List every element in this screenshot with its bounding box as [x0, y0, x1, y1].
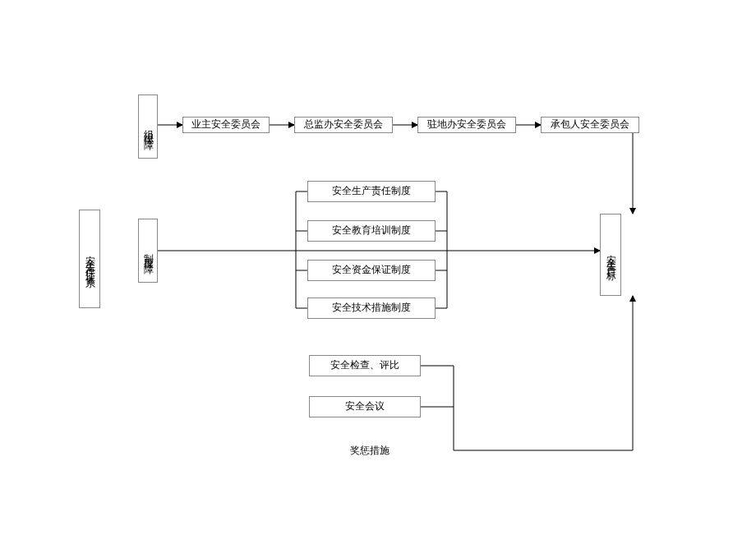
org-node-4: 承包人安全委员会: [541, 117, 639, 133]
org-node-1: 业主安全委员会: [182, 117, 270, 133]
root-label: 安全生产保证体系: [83, 247, 97, 274]
goal-node: 安全生产目标: [600, 214, 621, 296]
measure-node-3-label: 奖惩措施: [350, 445, 390, 456]
measure-node-1: 安全检查、评比: [309, 355, 421, 376]
org-node-2-label: 总监办安全委员会: [304, 118, 383, 131]
branch-org: 组织保障: [138, 95, 158, 159]
org-node-4-label: 承包人安全委员会: [551, 118, 629, 131]
inst-node-4-label: 安全技术措施制度: [332, 302, 411, 315]
org-node-2: 总监办安全委员会: [294, 117, 393, 133]
measure-node-2-label: 安全会议: [345, 400, 385, 413]
inst-node-1-label: 安全生产责任制度: [332, 185, 411, 198]
org-node-3: 驻地办安全委员会: [417, 117, 516, 133]
diagram-stage: 安全生产保证体系 组织保障 业主安全委员会 总监办安全委员会 驻地办安全委员会 …: [0, 0, 756, 535]
inst-node-4: 安全技术措施制度: [307, 297, 436, 319]
measure-node-2: 安全会议: [309, 396, 421, 417]
inst-node-3: 安全资金保证制度: [307, 260, 436, 281]
root-node: 安全生产保证体系: [79, 210, 100, 308]
inst-node-2-label: 安全教育培训制度: [332, 224, 411, 238]
org-node-3-label: 驻地办安全委员会: [427, 118, 506, 131]
goal-label: 安全生产目标: [604, 247, 618, 266]
branch-inst: 制度保障: [138, 219, 158, 283]
measure-node-3: 奖惩措施: [329, 444, 411, 458]
measure-node-1-label: 安全检查、评比: [330, 359, 399, 372]
org-node-1-label: 业主安全委员会: [191, 118, 260, 131]
branch-org-label: 组织保障: [141, 122, 155, 135]
inst-node-2: 安全教育培训制度: [307, 220, 436, 242]
branch-inst-label: 制度保障: [141, 246, 155, 259]
inst-node-3-label: 安全资金保证制度: [332, 264, 411, 277]
inst-node-1: 安全生产责任制度: [307, 181, 436, 202]
